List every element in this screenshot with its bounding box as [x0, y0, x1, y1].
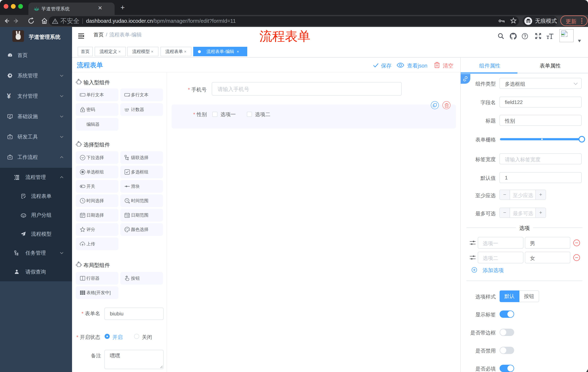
- svg-text:123: 123: [125, 108, 129, 111]
